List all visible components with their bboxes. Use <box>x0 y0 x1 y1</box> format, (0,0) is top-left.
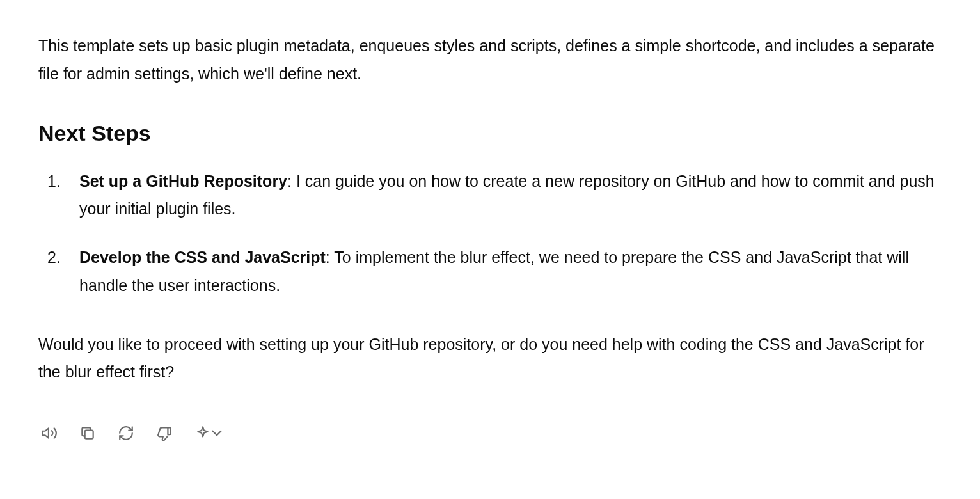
thumbs-down-button[interactable] <box>154 422 175 446</box>
step-title: Develop the CSS and JavaScript <box>79 248 326 266</box>
copy-button[interactable] <box>77 422 99 446</box>
step-item: Develop the CSS and JavaScript: To imple… <box>47 244 942 300</box>
model-selector-button[interactable] <box>192 422 228 446</box>
step-title: Set up a GitHub Repository <box>79 172 287 190</box>
regenerate-button[interactable] <box>115 422 137 446</box>
step-item: Set up a GitHub Repository: I can guide … <box>47 168 942 224</box>
steps-list: Set up a GitHub Repository: I can guide … <box>38 168 942 300</box>
action-bar <box>38 417 942 446</box>
next-steps-heading: Next Steps <box>38 119 942 147</box>
refresh-icon <box>118 425 134 443</box>
speaker-icon <box>41 425 58 443</box>
closing-paragraph: Would you like to proceed with setting u… <box>38 331 942 387</box>
chevron-down-icon <box>212 425 225 443</box>
copy-icon <box>79 425 96 443</box>
thumbs-down-icon <box>156 425 173 443</box>
intro-paragraph: This template sets up basic plugin metad… <box>38 32 942 88</box>
svg-rect-0 <box>85 431 93 439</box>
read-aloud-button[interactable] <box>38 422 60 446</box>
